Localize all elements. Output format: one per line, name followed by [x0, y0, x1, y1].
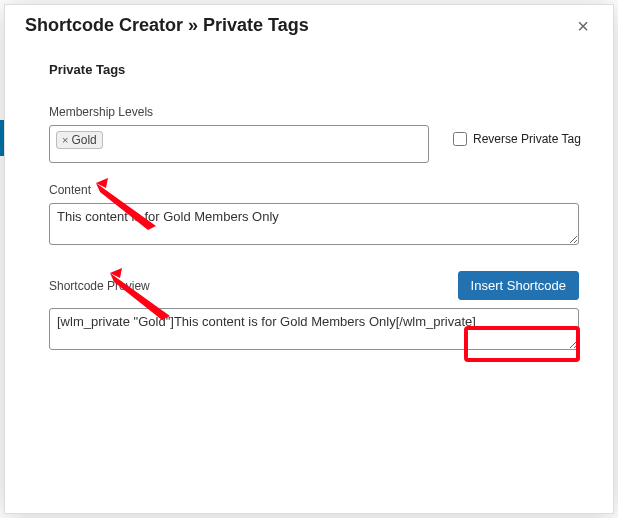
membership-levels-input[interactable]: × Gold — [49, 125, 429, 163]
shortcode-preview-group: Shortcode Preview Insert Shortcode — [49, 271, 585, 354]
remove-tag-icon[interactable]: × — [62, 135, 68, 146]
shortcode-preview-textarea[interactable] — [49, 308, 579, 350]
membership-levels-group: Membership Levels × Gold Reverse Private… — [49, 105, 585, 163]
content-group: Content — [49, 183, 585, 249]
membership-levels-label: Membership Levels — [49, 105, 585, 119]
modal-header: Shortcode Creator » Private Tags × — [5, 5, 613, 44]
content-label: Content — [49, 183, 585, 197]
insert-shortcode-button[interactable]: Insert Shortcode — [458, 271, 579, 300]
reverse-private-tag-checkbox[interactable]: Reverse Private Tag — [453, 132, 581, 146]
modal-body: Private Tags Membership Levels × Gold Re… — [5, 44, 613, 513]
membership-tag-chip[interactable]: × Gold — [56, 131, 103, 149]
content-textarea[interactable] — [49, 203, 579, 245]
reverse-checkbox-label: Reverse Private Tag — [473, 132, 581, 146]
modal-title: Shortcode Creator » Private Tags — [25, 15, 309, 36]
membership-tag-label: Gold — [71, 133, 96, 147]
section-title: Private Tags — [49, 62, 585, 77]
shortcode-preview-label: Shortcode Preview — [49, 279, 150, 293]
close-icon[interactable]: × — [573, 16, 593, 36]
shortcode-creator-modal: Shortcode Creator » Private Tags × Priva… — [4, 4, 614, 514]
reverse-checkbox-input[interactable] — [453, 132, 467, 146]
